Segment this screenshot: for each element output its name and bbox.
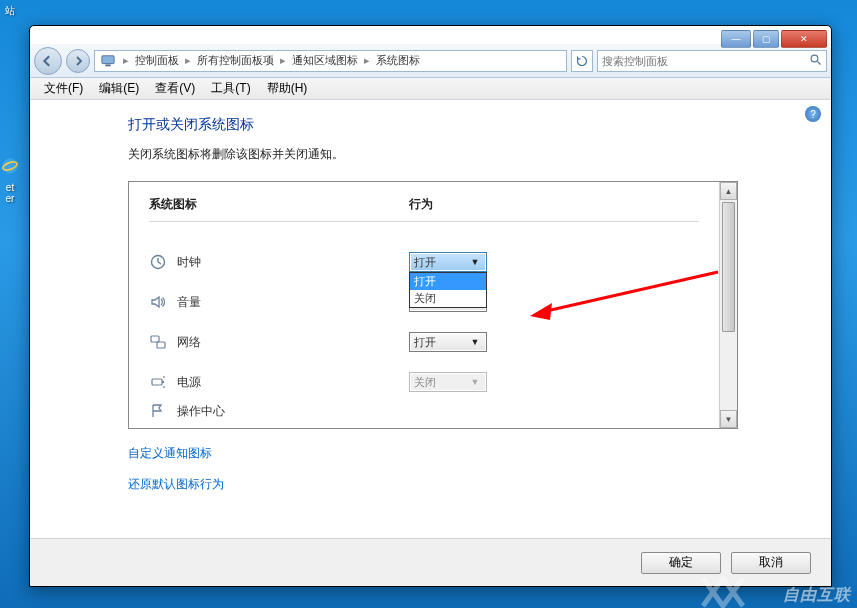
close-button[interactable]: ✕: [781, 30, 827, 48]
scroll-down-button[interactable]: ▼: [720, 410, 737, 428]
chevron-right-icon: ▸: [123, 54, 129, 67]
vertical-scrollbar[interactable]: ▲ ▼: [719, 182, 737, 428]
links-section: 自定义通知图标 还原默认图标行为: [128, 445, 803, 507]
combo-clock-dropdown: 打开 关闭: [409, 272, 487, 308]
row-label: 时钟: [177, 254, 201, 271]
watermark-text: 自由互联: [783, 585, 851, 606]
chevron-down-icon: ▼: [468, 257, 482, 267]
maximize-button[interactable]: ▢: [753, 30, 779, 48]
row-label: 操作中心: [177, 403, 225, 420]
dropdown-option-open[interactable]: 打开: [410, 273, 486, 290]
desktop-icon-label: et er: [0, 182, 20, 204]
chevron-down-icon: ▼: [468, 377, 482, 387]
svg-rect-2: [102, 55, 114, 63]
scroll-up-button[interactable]: ▲: [720, 182, 737, 200]
link-restore-defaults[interactable]: 还原默认图标行为: [128, 476, 803, 493]
arrow-right-icon: [73, 56, 83, 66]
combo-clock[interactable]: 打开 ▼ 打开 关闭: [409, 252, 487, 272]
content-area: ? 打开或关闭系统图标 关闭系统图标将删除该图标并关闭通知。 系统图标 行为 时…: [30, 100, 831, 538]
svg-rect-3: [105, 64, 110, 66]
combo-value: 打开: [414, 255, 468, 270]
watermark-logo: [699, 572, 747, 608]
search-icon: [810, 54, 822, 68]
breadcrumb-item[interactable]: 控制面板: [133, 53, 181, 68]
dropdown-option-close[interactable]: 关闭: [410, 290, 486, 307]
back-button[interactable]: [34, 47, 62, 75]
volume-icon: [149, 293, 167, 311]
menu-bar: 文件(F) 编辑(E) 查看(V) 工具(T) 帮助(H): [30, 78, 831, 100]
svg-point-4: [811, 55, 818, 62]
table-header: 系统图标 行为: [149, 196, 699, 222]
flag-icon: [149, 402, 167, 420]
breadcrumb-item[interactable]: 通知区域图标: [290, 53, 360, 68]
forward-button[interactable]: [66, 49, 90, 73]
menu-tools[interactable]: 工具(T): [203, 80, 258, 97]
column-header-action: 行为: [409, 196, 699, 213]
navigation-bar: ▸ 控制面板 ▸ 所有控制面板项 ▸ 通知区域图标 ▸ 系统图标: [30, 44, 831, 78]
combo-value: 关闭: [414, 375, 468, 390]
svg-rect-8: [157, 342, 165, 348]
svg-rect-10: [162, 381, 164, 383]
svg-line-5: [818, 61, 821, 64]
combo-value: 打开: [414, 335, 468, 350]
link-customize-icons[interactable]: 自定义通知图标: [128, 445, 803, 462]
ok-button[interactable]: 确定: [641, 552, 721, 574]
table-row-clock: 时钟 打开 ▼ 打开 关闭: [149, 242, 699, 282]
chevron-right-icon: ▸: [364, 54, 370, 67]
search-input[interactable]: [602, 55, 810, 67]
cancel-button[interactable]: 取消: [731, 552, 811, 574]
svg-rect-9: [152, 379, 162, 385]
desktop-icon-ie[interactable]: et er: [0, 150, 20, 204]
menu-help[interactable]: 帮助(H): [259, 80, 316, 97]
ie-icon: [0, 150, 20, 182]
column-header-icon: 系统图标: [149, 196, 409, 213]
chevron-right-icon: ▸: [185, 54, 191, 67]
clock-icon: [149, 253, 167, 271]
row-label: 网络: [177, 334, 201, 351]
minimize-button[interactable]: —: [721, 30, 751, 48]
monitor-icon: [99, 52, 117, 70]
combo-network[interactable]: 打开 ▼: [409, 332, 487, 352]
control-panel-window: — ▢ ✕ ▸ 控制面板 ▸ 所有控制面板项 ▸ 通知区域图标 ▸ 系统图标: [29, 25, 832, 587]
table-row-power: 电源 关闭 ▼: [149, 362, 699, 402]
chevron-down-icon: ▼: [468, 337, 482, 347]
refresh-button[interactable]: [571, 50, 593, 72]
menu-edit[interactable]: 编辑(E): [91, 80, 147, 97]
window-controls: — ▢ ✕: [721, 30, 827, 48]
scroll-thumb[interactable]: [722, 202, 735, 332]
desktop-icon-recycle[interactable]: 站: [0, 4, 20, 18]
power-icon: [149, 373, 167, 391]
arrow-left-icon: [42, 55, 54, 67]
menu-view[interactable]: 查看(V): [147, 80, 203, 97]
system-icons-table: 系统图标 行为 时钟 打开 ▼: [128, 181, 738, 429]
row-label: 音量: [177, 294, 201, 311]
menu-file[interactable]: 文件(F): [36, 80, 91, 97]
table-row-action-center: 操作中心: [149, 402, 699, 420]
breadcrumb-item[interactable]: 所有控制面板项: [195, 53, 276, 68]
breadcrumb-item[interactable]: 系统图标: [374, 53, 422, 68]
breadcrumb[interactable]: ▸ 控制面板 ▸ 所有控制面板项 ▸ 通知区域图标 ▸ 系统图标: [94, 50, 567, 72]
refresh-icon: [576, 55, 588, 67]
svg-rect-7: [151, 336, 159, 342]
desktop-icon-label: 站: [0, 4, 20, 18]
table-row-network: 网络 打开 ▼: [149, 322, 699, 362]
combo-power: 关闭 ▼: [409, 372, 487, 392]
network-icon: [149, 333, 167, 351]
table-body: 系统图标 行为 时钟 打开 ▼: [129, 182, 719, 428]
page-description: 关闭系统图标将删除该图标并关闭通知。: [128, 146, 803, 163]
help-icon[interactable]: ?: [805, 106, 821, 122]
chevron-right-icon: ▸: [280, 54, 286, 67]
search-box[interactable]: [597, 50, 827, 72]
row-label: 电源: [177, 374, 201, 391]
page-title: 打开或关闭系统图标: [128, 116, 803, 134]
